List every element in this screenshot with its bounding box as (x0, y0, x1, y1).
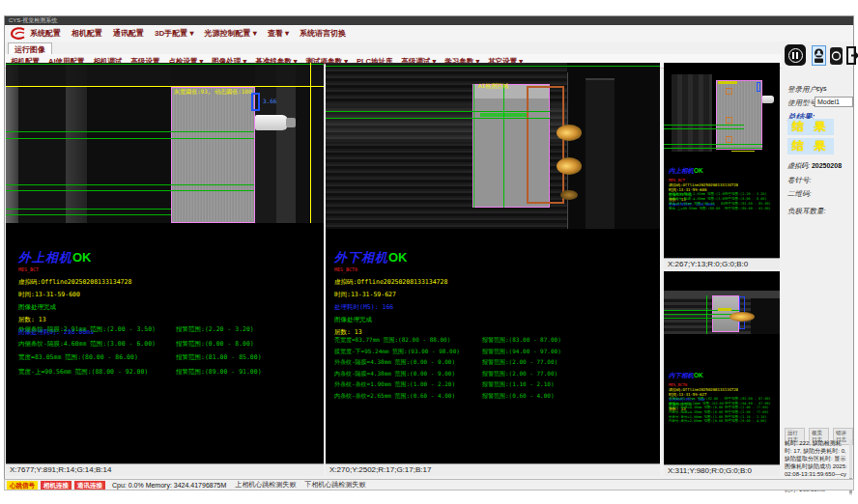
alarm-range: 报警范围:(81.00 - 85.00) (176, 353, 262, 368)
measurement-rows-mini-top: 外侧条纹-隔膜:2.91mm 范围:(2.00 - 3.50) 报警范围:(2.… (669, 192, 777, 211)
blue-marker-box (251, 93, 260, 111)
window-title: CYS-视觉检测系统 (9, 17, 57, 23)
menu-item[interactable]: 3D手配置 ▾ (155, 28, 193, 39)
green-line (664, 148, 762, 149)
machine-block (586, 78, 615, 229)
menu-item[interactable]: 相机配置 (72, 28, 102, 39)
time-line: 时间:13-31-59-627 (334, 291, 447, 299)
threshold-overlay-label: 灰度阈值:93, 动态阈值:100 (174, 88, 252, 97)
alarm-range: 报警范围:(89.00 - 91.00) (725, 207, 771, 211)
mes-label: MES_BCT (18, 266, 131, 272)
measurement-value: 内条纹-隔膜=4.38mm 范围:(0.00 - 9.00) (334, 370, 482, 381)
measurement-rows-mini-bottom: 壳宽度=83.77mm 范围:(82.00 - 88.00) 报警范围:(83.… (669, 397, 777, 424)
pause-icon (788, 48, 803, 63)
measurement-value: 内条纹-条纹=2.65mm 范围:(0.60 - 4.00) (334, 392, 482, 404)
coord-value: X:267;Y:13;R:0;G:0;B:0 (668, 260, 748, 268)
alarm-range: 报警范围:(83.00 - 87.00) (482, 336, 561, 348)
gold-contact (729, 312, 755, 322)
measurement-value: 宽度-上=90.56mm 范围:(88.00 - 92.00) (669, 207, 725, 211)
green-line (664, 318, 739, 319)
menu-item[interactable]: 系统语言切换 (300, 28, 346, 39)
machine-band (672, 74, 712, 152)
camera-panel-left: 灰度阈值:93, 动态阈值:100 3.66 外上相机OK MES_BCT 虚拟… (6, 63, 324, 476)
connector-tip (286, 118, 296, 127)
yellow-vertical-line (310, 63, 311, 223)
layers-line: 层数: 13 (18, 316, 131, 324)
menu-items: 系统配置相机配置通讯配置3D手配置 ▾光源控制配置 ▾查看 ▾系统语言切换 (30, 28, 346, 39)
coord-bar-mini-bottom: X:311;Y:980;R:0;G:0;B:0 (664, 464, 780, 476)
measurement-value: 外条纹-隔膜=4.38mm 范围:(0.00 - 9.00) (334, 358, 482, 370)
measurement-row: 内侧条纹-隔膜:4.60mm 范围:(3.00 - 6.00) 报警范围:(0.… (18, 340, 320, 354)
green-line (664, 144, 762, 145)
camera-status: OK (694, 372, 703, 378)
tiny-yellow-label (731, 151, 755, 152)
camera-image-mini-top[interactable] (664, 74, 780, 152)
camera-status: OK (388, 250, 408, 265)
status-bar: 心跳信号相机连接通讯连接 Cpu: 0.0% Memory: 3424.4179… (4, 479, 854, 490)
orange-marker (726, 88, 732, 95)
process-done-line: 图像处理完成 (334, 316, 447, 324)
user-mode-button[interactable] (812, 45, 826, 66)
measurement-rows-left: 外侧条纹-隔膜:2.91mm 范围:(2.00 - 3.50) 报警范围:(2.… (18, 325, 320, 381)
tab-count-label: 负极耳数量: (787, 207, 826, 216)
alarm-range: 报警范围:(2.20 - 3.20) (176, 325, 254, 340)
camera-panel-middle: AI检测区域 外下相机OK MES_BCT0 虚拟码:Offline202502… (326, 63, 660, 476)
alarm-range: 报警范围:(94.00 - 97.00) (482, 348, 561, 359)
alarm-range: 报警范围:(2.00 - 77.00) (482, 370, 558, 381)
coord-value: X:270;Y:2502;R:17;G:17;B:17 (329, 465, 431, 474)
measurement-row: 内条纹-隔膜=4.38mm 范围:(0.00 - 9.00) 报警范围:(2.0… (334, 370, 653, 381)
exit-button[interactable] (845, 45, 858, 66)
orange-marker (726, 117, 732, 124)
measurement-value: 膜宽度-下=95.24mm 范围:(93.00 - 98.00) (334, 348, 482, 359)
camera-image-mini-bottom[interactable] (664, 291, 780, 334)
green-line (6, 138, 254, 139)
coord-bar-left: X:7677;Y:891;R:14;G:14;B:14 (6, 463, 324, 476)
camera-panel-mini-top: 内上相机OK MES_BCT 虚拟码:Offline20250208133134… (664, 63, 780, 269)
measurement-value: 宽度=83.05mm 范围:(80.00 - 86.00) (18, 353, 176, 368)
status-badge: 心跳信号 (7, 481, 38, 490)
orange-marker (726, 136, 732, 143)
green-line (326, 111, 550, 112)
lens-button[interactable] (830, 47, 843, 65)
pause-button[interactable] (785, 44, 806, 66)
green-line (6, 214, 171, 215)
coord-value: X:311;Y:980;R:0;G:0;B:0 (668, 466, 752, 475)
measurement-row: 宽度-上=90.56mm 范围:(88.00 - 92.00) 报警范围:(89… (669, 207, 777, 211)
camera-image-left[interactable]: 灰度阈值:93, 动态阈值:100 3.66 (6, 63, 324, 223)
menu-item[interactable]: 系统配置 (30, 28, 61, 39)
tab-strip: 运行图像 (5, 42, 853, 55)
status-badge: 相机连接 (41, 481, 72, 490)
status-badges: 心跳信号相机连接通讯连接 (7, 481, 105, 490)
process-done-line: 图像处理完成 (18, 303, 131, 312)
yellow-line (6, 86, 324, 87)
tiny-yellow-label (718, 81, 737, 84)
menu-item[interactable]: 光源控制配置 ▾ (204, 28, 256, 39)
green-line (6, 131, 254, 132)
camera-result-left: 外上相机OK MES_BCT 虚拟码:Offline20250208133134… (18, 248, 131, 337)
measurement-value: 宽度-上=90.56mm 范围:(88.00 - 92.00) (18, 368, 176, 382)
measurement-row: 壳宽度=83.77mm 范围:(82.00 - 88.00) 报警范围:(83.… (334, 336, 653, 348)
blue-marker-label: 3.66 (263, 98, 276, 104)
heartbeat-msg-lower: 下相机心跳检测失败 (304, 480, 365, 490)
alarm-range: 报警范围:(89.00 - 91.00) (176, 368, 262, 382)
green-vertical-line (473, 84, 474, 208)
connector-part (762, 96, 774, 103)
alarm-range: 报警范围:(0.60 - 4.00) (482, 392, 555, 404)
coord-value: X:7677;Y:891;R:14;G:14;B:14 (10, 465, 111, 474)
menu-item[interactable]: 通讯配置 (113, 28, 144, 39)
green-vertical-line (706, 295, 707, 334)
camera-result-middle: 外下相机OK MES_BCT0 虚拟码:Offline2025020813313… (334, 248, 447, 337)
cell-region-box (171, 87, 255, 223)
measurement-row: 内条纹-条纹=2.65mm 范围:(0.60 - 4.00) 报警范围:(0.6… (669, 419, 777, 424)
measurement-row: 内条纹-条纹=2.65mm 范围:(0.60 - 4.00) 报警范围:(0.6… (334, 392, 653, 404)
measurement-row: 宽度=83.05mm 范围:(80.00 - 86.00) 报警范围:(81.0… (18, 353, 320, 368)
app-logo-icon (10, 27, 27, 40)
camera-image-middle[interactable]: AI检测区域 (326, 63, 660, 229)
measurement-value: 内条纹-条纹=2.65mm 范围:(0.60 - 4.00) (669, 419, 725, 424)
tiny-yellow-label (718, 308, 731, 311)
model-input[interactable]: Model1 (815, 97, 853, 107)
alarm-range: 报警范围:(0.00 - 8.00) (176, 340, 254, 354)
menu-item[interactable]: 查看 ▾ (268, 28, 289, 39)
green-line (664, 128, 744, 129)
barcode-line: 虚拟码:Offline20250208133134728 (334, 278, 447, 287)
